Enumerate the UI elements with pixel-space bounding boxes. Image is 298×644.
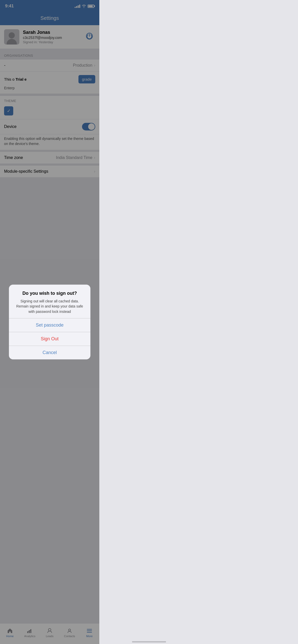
modal-overlay: Do you wish to sign out? Signing out wil… xyxy=(0,0,99,215)
